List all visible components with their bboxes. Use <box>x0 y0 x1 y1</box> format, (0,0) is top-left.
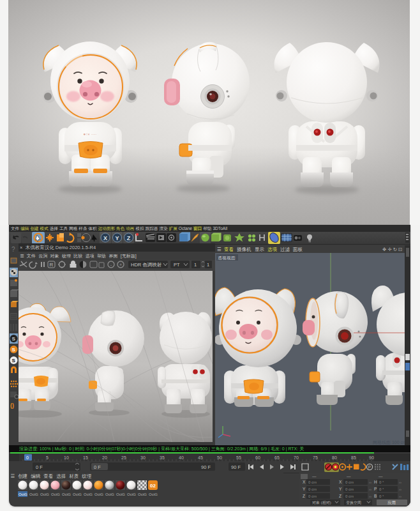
svg-text:●○◐ ∙∙∙∙∙: ●○◐ ∙∙∙∙∙ <box>84 132 97 136</box>
svg-text:0 F: 0 F <box>36 464 43 470</box>
svg-text:30: 30 <box>140 455 146 460</box>
svg-text:02: 02 <box>150 483 156 489</box>
svg-text:‹›: ‹› <box>369 494 371 498</box>
svg-text:0 cm: 0 cm <box>345 480 354 484</box>
svg-text:‹›: ‹› <box>399 494 401 498</box>
svg-text:70: 70 <box>294 455 299 460</box>
svg-text:OctG: OctG <box>62 492 71 496</box>
svg-text:S: S <box>12 336 16 342</box>
svg-text:90 F: 90 F <box>201 464 211 470</box>
svg-text:+: + <box>119 263 122 267</box>
svg-text:OctG: OctG <box>84 492 93 496</box>
svg-text:OctG: OctG <box>127 492 136 496</box>
svg-text:摄像机: 摄像机 <box>237 247 251 252</box>
svg-text:0 °: 0 ° <box>379 494 384 498</box>
svg-text:网格线图 100 cm: 网格线图 100 cm <box>373 440 405 445</box>
svg-text:-: - <box>110 263 112 267</box>
svg-text:Y: Y <box>115 235 119 241</box>
svg-text:应用: 应用 <box>387 500 396 505</box>
svg-text:R: R <box>50 262 54 268</box>
svg-text:1: 1 <box>207 262 209 268</box>
svg-text:0 F: 0 F <box>94 464 101 470</box>
svg-text:OctG: OctG <box>149 492 158 496</box>
svg-text:Y: Y <box>303 487 306 491</box>
svg-text:(): () <box>10 402 14 409</box>
svg-text:OctG: OctG <box>94 492 103 496</box>
svg-text:45: 45 <box>198 455 203 460</box>
svg-text:OctG: OctG <box>19 492 27 496</box>
svg-text:Z: Z <box>339 494 341 498</box>
svg-text:0 °: 0 ° <box>379 487 384 491</box>
svg-text:‹›: ‹› <box>369 480 371 484</box>
svg-text:Y: Y <box>339 487 342 491</box>
svg-text:25: 25 <box>121 455 126 460</box>
svg-text:80: 80 <box>332 455 337 460</box>
svg-text:90 F: 90 F <box>231 464 241 470</box>
svg-text:15: 15 <box>83 455 88 460</box>
svg-text:‹›: ‹› <box>399 480 401 484</box>
svg-text:显示: 显示 <box>255 247 265 252</box>
svg-text:Z: Z <box>127 235 131 241</box>
svg-text:35: 35 <box>160 455 165 460</box>
svg-text:85: 85 <box>351 455 356 460</box>
svg-text:查看: 查看 <box>224 247 234 252</box>
svg-text:面板: 面板 <box>292 247 303 252</box>
svg-text:对象 (相对): 对象 (相对) <box>312 501 331 505</box>
svg-text:50: 50 <box>217 455 222 460</box>
svg-text:透视视图: 透视视图 <box>218 256 236 261</box>
svg-text:选项: 选项 <box>267 247 278 252</box>
svg-text:X: X <box>103 235 107 241</box>
svg-text:OctG: OctG <box>40 492 49 496</box>
svg-text:0 cm: 0 cm <box>308 480 317 484</box>
svg-text:OctG: OctG <box>29 492 38 496</box>
svg-text:‹›: ‹› <box>399 487 401 491</box>
svg-text:H: H <box>374 480 377 484</box>
svg-text:X: X <box>339 480 342 484</box>
svg-text:0 cm: 0 cm <box>308 487 317 491</box>
svg-text:P: P <box>374 487 377 491</box>
svg-text:OctG: OctG <box>73 492 82 496</box>
svg-text:OctG: OctG <box>51 492 60 496</box>
svg-text:40: 40 <box>179 455 184 460</box>
svg-text:HDR 色调映射: HDR 色调映射 <box>131 262 162 268</box>
svg-text:✥ ✛ ↻ ⊡: ✥ ✛ ↻ ⊡ <box>382 247 402 252</box>
svg-text:?: ? <box>11 246 15 253</box>
svg-text:PT: PT <box>174 262 180 268</box>
svg-text:0 cm: 0 cm <box>345 487 354 491</box>
svg-text:90: 90 <box>369 455 374 460</box>
svg-text:‹›: ‹› <box>369 487 371 491</box>
svg-text:55: 55 <box>236 455 241 460</box>
svg-text:B: B <box>374 494 377 498</box>
svg-text:过滤: 过滤 <box>280 247 290 252</box>
svg-text:S: S <box>12 358 16 363</box>
svg-text:OctG: OctG <box>138 492 147 496</box>
svg-text:Z: Z <box>303 494 305 498</box>
svg-text:5: 5 <box>46 455 49 460</box>
svg-text:10: 10 <box>64 455 69 460</box>
svg-text:75: 75 <box>313 455 318 460</box>
svg-text:0 °: 0 ° <box>379 480 384 484</box>
svg-text:P: P <box>368 465 371 469</box>
svg-text:—: — <box>347 474 351 478</box>
svg-text:☰: ☰ <box>217 247 221 252</box>
svg-text:OctG: OctG <box>105 492 114 496</box>
svg-text:变换空间: 变换空间 <box>346 500 361 505</box>
svg-text:S: S <box>12 347 16 353</box>
svg-text:0: 0 <box>26 455 29 460</box>
svg-text:OctG: OctG <box>116 492 125 496</box>
svg-text:—: — <box>312 474 317 478</box>
svg-text:20: 20 <box>102 455 107 460</box>
svg-text:1: 1 <box>194 262 197 268</box>
svg-text:0 cm: 0 cm <box>345 494 354 498</box>
svg-text:65: 65 <box>274 455 280 460</box>
svg-text:—: — <box>379 474 383 478</box>
svg-text:0 cm: 0 cm <box>308 494 317 498</box>
svg-text:60: 60 <box>255 455 260 460</box>
svg-text:X: X <box>303 480 306 484</box>
